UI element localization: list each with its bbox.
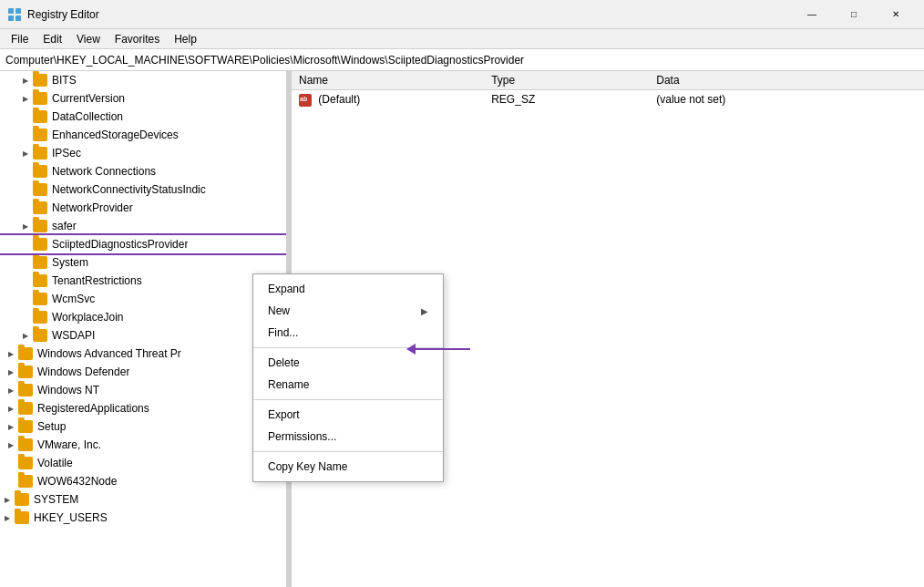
folder-windowsadvancedthreat-icon [18, 347, 33, 360]
expand-registeredapps-icon [4, 401, 18, 416]
folder-system-icon [33, 256, 47, 269]
tree-item-networkconnectivitystatus[interactable]: NetworkConnectivityStatusIndic [0, 180, 286, 199]
expand-windowsadvancedthreat-icon [4, 346, 18, 361]
tree-label-wsdapi: WSDAPI [52, 329, 95, 342]
tree-label-wow6432node: WOW6432Node [37, 475, 117, 488]
folder-networkconnections-icon [33, 165, 47, 178]
table-cell-name: (Default) [292, 90, 484, 109]
menu-file[interactable]: File [4, 31, 36, 47]
context-menu-separator-2 [253, 399, 443, 400]
svg-rect-0 [8, 8, 14, 14]
menubar: File Edit View Favorites Help [0, 29, 924, 49]
tree-item-registeredapplications[interactable]: RegisteredApplications [0, 399, 286, 417]
menu-edit[interactable]: Edit [36, 31, 69, 47]
expand-currentversion-icon [18, 91, 33, 106]
maximize-button[interactable]: □ [833, 0, 875, 29]
col-header-data: Data [649, 71, 924, 90]
tree-label-system: System [52, 256, 88, 269]
minimize-button[interactable]: — [791, 0, 833, 29]
tree-label-vmware: VMware, Inc. [37, 438, 101, 451]
tree-item-windowsnt[interactable]: Windows NT [0, 381, 286, 399]
folder-windowsdefender-icon [18, 366, 33, 378]
tree-item-system[interactable]: System [0, 253, 286, 272]
tree-item-networkprovider[interactable]: NetworkProvider [0, 199, 286, 217]
app-icon [7, 7, 22, 22]
tree-item-wsdapi[interactable]: WSDAPI [0, 326, 286, 345]
tree-label-wcmsvc: WcmSvc [52, 293, 95, 305]
context-menu-new[interactable]: New ▶ [253, 300, 443, 322]
arrow-head-icon [406, 344, 416, 355]
table-cell-data: (value not set) [649, 90, 924, 109]
tree-item-sciipteddiagnosticsprovider[interactable]: SciiptedDiagnosticsProvider [0, 235, 286, 253]
folder-networkconnectivity-icon [33, 183, 47, 196]
tree-label-networkconnectivitystatus: NetworkConnectivityStatusIndic [52, 183, 206, 196]
tree-item-setup[interactable]: Setup [0, 417, 286, 436]
titlebar: Registry Editor — □ ✕ [0, 0, 924, 29]
tree-label-workplacejoin: WorkplaceJoin [52, 311, 123, 324]
tree-item-volatile[interactable]: Volatile [0, 454, 286, 472]
arrow-line [416, 348, 470, 350]
tree-label-ipsec: IPSec [52, 147, 81, 160]
tree-item-tenantrestrictions[interactable]: TenantRestrictions [0, 272, 286, 290]
tree-item-vmware[interactable]: VMware, Inc. [0, 436, 286, 454]
context-menu-copykeyname-label: Copy Key Name [268, 460, 347, 473]
folder-sciipted-icon [33, 238, 47, 251]
tree-label-windowsdefender: Windows Defender [37, 366, 129, 378]
context-menu-export[interactable]: Export [253, 404, 443, 426]
close-button[interactable]: ✕ [875, 0, 917, 29]
context-menu-new-label: New [268, 304, 290, 317]
folder-windowsnt-icon [18, 384, 33, 396]
context-menu-delete[interactable]: Delete [253, 352, 443, 374]
expand-hkeyusers-icon [0, 510, 15, 525]
folder-system2-icon [15, 493, 29, 506]
tree-item-bits[interactable]: BITS [0, 71, 286, 89]
table-value-name: (Default) [318, 93, 360, 106]
context-menu-separator-3 [253, 451, 443, 452]
context-menu-expand[interactable]: Expand [253, 278, 443, 300]
tree-label-hkeyusers: HKEY_USERS [34, 511, 108, 524]
menu-favorites[interactable]: Favorites [108, 31, 167, 47]
tree-item-hkeyusers[interactable]: HKEY_USERS [0, 509, 286, 527]
context-menu-permissions[interactable]: Permissions... [253, 426, 443, 448]
context-menu: Expand New ▶ Find... Delete Rename Expor… [252, 273, 444, 482]
menu-help[interactable]: Help [167, 31, 204, 47]
tree-item-workplacejoin[interactable]: WorkplaceJoin [0, 308, 286, 326]
svg-rect-2 [8, 15, 14, 21]
folder-registeredapps-icon [18, 402, 33, 415]
context-menu-export-label: Export [268, 408, 300, 421]
tree-item-system2[interactable]: SYSTEM [0, 490, 286, 509]
expand-windowsnt-icon [4, 383, 18, 397]
context-menu-find[interactable]: Find... [253, 322, 443, 344]
tree-item-datacollection[interactable]: DataCollection [0, 108, 286, 126]
tree-label-registeredapplications: RegisteredApplications [37, 402, 149, 415]
registry-value-icon [299, 94, 312, 107]
folder-wsdapi-icon [33, 329, 47, 342]
expand-ipsec-icon [18, 146, 33, 160]
folder-wcmsvc-icon [33, 293, 47, 305]
tree-item-networkconnections[interactable]: Network Connections [0, 162, 286, 180]
context-menu-delete-label: Delete [268, 356, 300, 369]
context-menu-rename[interactable]: Rename [253, 374, 443, 396]
addressbar: Computer\HKEY_LOCAL_MACHINE\SOFTWARE\Pol… [0, 49, 924, 71]
tree-label-currentversion: CurrentVersion [52, 92, 125, 105]
folder-safer-icon [33, 220, 47, 232]
table-row[interactable]: (Default) REG_SZ (value not set) [292, 90, 924, 109]
tree-item-ipsec[interactable]: IPSec [0, 144, 286, 162]
window-title: Registry Editor [27, 8, 791, 21]
tree-item-windowsadvancedthreat[interactable]: Windows Advanced Threat Pr [0, 345, 286, 363]
context-menu-copykeyname[interactable]: Copy Key Name [253, 456, 443, 478]
tree-item-currentversion[interactable]: CurrentVersion [0, 89, 286, 108]
menu-view[interactable]: View [69, 31, 108, 47]
folder-setup-icon [18, 420, 33, 433]
tree-item-wcmsvc[interactable]: WcmSvc [0, 290, 286, 308]
delete-arrow-indicator [406, 344, 470, 355]
tree-item-wow6432node[interactable]: WOW6432Node [0, 472, 286, 490]
address-path: Computer\HKEY_LOCAL_MACHINE\SOFTWARE\Pol… [5, 54, 524, 67]
tree-item-windowsdefender[interactable]: Windows Defender [0, 363, 286, 381]
tree-label-volatile: Volatile [37, 457, 73, 469]
tree-item-enhancedstoragedevices[interactable]: EnhancedStorageDevices [0, 126, 286, 144]
folder-datacollection-icon [33, 110, 47, 123]
context-menu-rename-label: Rename [268, 378, 309, 391]
tree-item-safer[interactable]: safer [0, 217, 286, 235]
folder-enhancedstorage-icon [33, 129, 47, 141]
